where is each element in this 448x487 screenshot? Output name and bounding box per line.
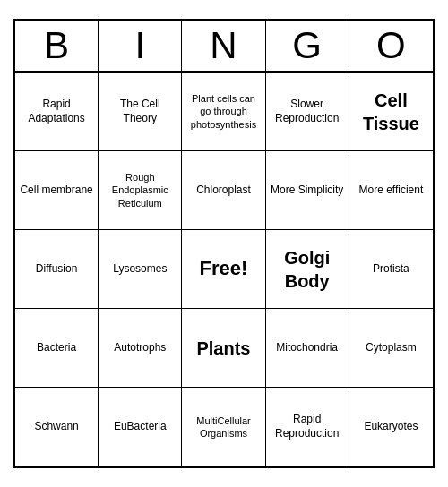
- bingo-card: BINGO Rapid AdaptationsThe Cell TheoryPl…: [13, 19, 435, 468]
- bingo-letter-i: I: [99, 21, 182, 71]
- bingo-letter-o: O: [349, 21, 433, 71]
- bingo-cell-21: EuBacteria: [99, 388, 182, 466]
- bingo-letter-b: B: [15, 21, 99, 71]
- bingo-cell-13: Golgi Body: [266, 230, 349, 309]
- bingo-cell-1: The Cell Theory: [99, 73, 182, 151]
- bingo-grid: Rapid AdaptationsThe Cell TheoryPlant ce…: [15, 73, 433, 466]
- bingo-cell-10: Diffusion: [15, 230, 99, 309]
- bingo-header: BINGO: [15, 21, 433, 73]
- bingo-cell-6: Rough Endoplasmic Reticulum: [99, 151, 182, 230]
- bingo-cell-14: Protista: [349, 230, 433, 309]
- bingo-cell-15: Bacteria: [15, 309, 99, 388]
- bingo-cell-5: Cell membrane: [15, 151, 99, 230]
- bingo-letter-g: G: [266, 21, 349, 71]
- bingo-cell-11: Lysosomes: [99, 230, 182, 309]
- bingo-cell-20: Schwann: [15, 388, 99, 466]
- bingo-cell-4: Cell Tissue: [349, 73, 433, 151]
- bingo-cell-16: Autotrophs: [99, 309, 182, 388]
- bingo-cell-23: Rapid Reproduction: [266, 388, 349, 466]
- bingo-cell-2: Plant cells can go through photosynthesi…: [182, 73, 265, 151]
- bingo-cell-22: MultiCellular Organisms: [182, 388, 265, 466]
- bingo-cell-0: Rapid Adaptations: [15, 73, 99, 151]
- bingo-cell-9: More efficient: [349, 151, 433, 230]
- bingo-cell-8: More Simplicity: [266, 151, 349, 230]
- bingo-cell-7: Chloroplast: [182, 151, 265, 230]
- bingo-cell-17: Plants: [182, 309, 265, 388]
- bingo-cell-12: Free!: [182, 230, 265, 309]
- bingo-letter-n: N: [182, 21, 265, 71]
- bingo-cell-3: Slower Reproduction: [266, 73, 349, 151]
- bingo-cell-19: Cytoplasm: [349, 309, 433, 388]
- bingo-cell-24: Eukaryotes: [349, 388, 433, 466]
- bingo-cell-18: Mitochondria: [266, 309, 349, 388]
